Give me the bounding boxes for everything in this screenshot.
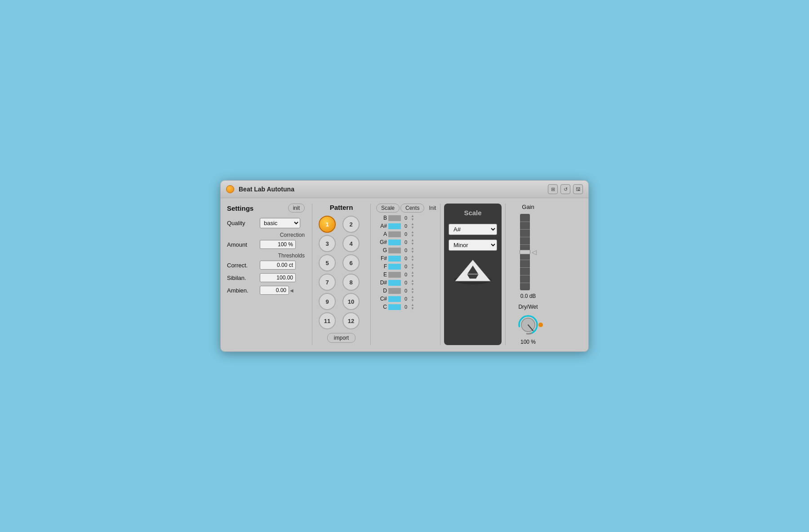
correct-row: Correct. 0.00 ct	[227, 261, 305, 270]
note-value-Cs: 0	[402, 296, 409, 301]
pattern-title: Pattern	[319, 204, 364, 211]
note-arrows-F: ▲ ▼	[411, 263, 414, 270]
sibilan-input[interactable]: 100.00	[260, 273, 296, 282]
note-arrows-C: ▲ ▼	[411, 303, 414, 310]
ambien-label: Ambien.	[227, 287, 256, 294]
pattern-btn-12[interactable]: 12	[342, 312, 360, 329]
drywet-knob-dot	[538, 323, 543, 327]
drywet-label: Dry/Wet	[518, 304, 538, 310]
pattern-btn-3[interactable]: 3	[319, 235, 336, 252]
note-arrows-G: ▲ ▼	[411, 247, 414, 254]
title-bar: Beat Lab Autotuna ⊞ ↺ 🖫	[221, 181, 588, 198]
notes-header-row: Scale Cents Init	[376, 204, 437, 213]
settings-init-button[interactable]: init	[288, 204, 305, 213]
note-bar-E[interactable]	[388, 272, 401, 278]
refresh-icon[interactable]: ↺	[560, 184, 570, 194]
note-value-B: 0	[402, 215, 409, 221]
import-button[interactable]: import	[327, 333, 356, 343]
knob-container	[516, 313, 540, 337]
ambien-row: Ambien. 0.00 ◀	[227, 286, 305, 295]
correct-input[interactable]: 0.00 ct	[260, 261, 296, 270]
note-row-Ds: D# 0 ▲ ▼	[376, 279, 437, 286]
note-bar-B[interactable]	[388, 215, 401, 221]
note-bar-Fs[interactable]	[388, 256, 401, 262]
notes-panel: Scale Cents Init B 0 ▲ ▼ A# 0 ▲	[371, 204, 440, 345]
pattern-btn-8[interactable]: 8	[342, 274, 360, 291]
quality-row: Quality basic standard high	[227, 218, 305, 228]
scale-type-select[interactable]: Minor Major Dorian Phrygian Lydian Mixol…	[449, 239, 497, 251]
note-bar-As[interactable]	[388, 223, 401, 229]
amount-input[interactable]: 100 %	[260, 240, 296, 249]
note-arrows-Gs: ▲ ▼	[411, 239, 414, 246]
gain-fader-handle[interactable]	[520, 250, 530, 254]
sibilan-row: Sibilan. 100.00	[227, 273, 305, 282]
pattern-btn-1[interactable]: 1	[319, 216, 336, 233]
pattern-btn-2[interactable]: 2	[342, 216, 360, 233]
plugin-window: Beat Lab Autotuna ⊞ ↺ 🖫 Settings init Qu…	[220, 180, 589, 352]
scale-panel: Scale A# C C# D D# E F F# G G# A B Minor	[440, 204, 506, 345]
gain-fader-container: ◁	[520, 214, 537, 290]
note-bar-A[interactable]	[388, 231, 401, 237]
note-name-Gs: G#	[376, 239, 387, 245]
note-value-D: 0	[402, 288, 409, 293]
drywet-value: 100 %	[520, 339, 536, 345]
pattern-btn-7[interactable]: 7	[319, 274, 336, 291]
pattern-btn-5[interactable]: 5	[319, 254, 336, 271]
scale-box: Scale A# C C# D D# E F F# G G# A B Minor	[444, 204, 502, 345]
save-icon[interactable]: 🖫	[573, 184, 583, 194]
note-row-As: A# 0 ▲ ▼	[376, 222, 437, 230]
amount-row: Amount 100 %	[227, 240, 305, 249]
scale-tab[interactable]: Scale	[376, 204, 400, 213]
note-name-B: B	[376, 215, 387, 221]
note-arrows-D: ▲ ▼	[411, 287, 414, 294]
sibilan-label: Sibilan.	[227, 275, 256, 281]
settings-header: Settings init	[227, 204, 305, 213]
ambien-input[interactable]: 0.00	[260, 286, 289, 295]
note-bar-Ds[interactable]	[388, 280, 401, 286]
correct-label: Correct.	[227, 262, 256, 269]
note-row-D: D 0 ▲ ▼	[376, 287, 437, 294]
note-arrows-As: ▲ ▼	[411, 222, 414, 230]
note-name-C: C	[376, 304, 387, 310]
cents-tab[interactable]: Cents	[400, 204, 424, 213]
note-arrows-B: ▲ ▼	[411, 214, 414, 222]
gain-fader-track[interactable]	[520, 214, 530, 290]
correction-sublabel: Correction	[227, 232, 305, 238]
settings-title: Settings	[227, 204, 253, 212]
gain-db-value: 0.0 dB	[520, 293, 536, 299]
ambien-arrow[interactable]: ◀	[290, 288, 293, 293]
pattern-btn-9[interactable]: 9	[319, 293, 336, 310]
close-button[interactable]	[226, 185, 234, 193]
note-name-E: E	[376, 271, 387, 278]
note-arrows-A: ▲ ▼	[411, 231, 414, 238]
note-row-Gs: G# 0 ▲ ▼	[376, 239, 437, 246]
scale-visual	[453, 255, 493, 287]
note-bar-Gs[interactable]	[388, 239, 401, 245]
note-row-C: C 0 ▲ ▼	[376, 303, 437, 310]
note-name-Ds: D#	[376, 279, 387, 286]
note-value-F: 0	[402, 264, 409, 269]
note-name-Cs: C#	[376, 296, 387, 302]
amount-label: Amount	[227, 241, 256, 248]
pattern-btn-4[interactable]: 4	[342, 235, 360, 252]
note-bar-D[interactable]	[388, 288, 401, 294]
pattern-btn-6[interactable]: 6	[342, 254, 360, 271]
pattern-btn-10[interactable]: 10	[342, 293, 360, 310]
pattern-btn-11[interactable]: 11	[319, 312, 336, 329]
quality-select[interactable]: basic standard high	[260, 218, 300, 228]
note-value-Fs: 0	[402, 256, 409, 261]
main-content: Settings init Quality basic standard hig…	[221, 198, 588, 351]
note-bar-C[interactable]	[388, 304, 401, 310]
note-value-As: 0	[402, 223, 409, 229]
note-arrows-Ds: ▲ ▼	[411, 279, 414, 286]
title-icons: ⊞ ↺ 🖫	[548, 184, 583, 194]
note-bar-G[interactable]	[388, 248, 401, 253]
note-arrows-Fs: ▲ ▼	[411, 255, 414, 262]
note-bar-Cs[interactable]	[388, 296, 401, 302]
note-value-A: 0	[402, 231, 409, 237]
resize-icon[interactable]: ⊞	[548, 184, 558, 194]
note-row-G: G 0 ▲ ▼	[376, 247, 437, 254]
note-arrows-Cs: ▲ ▼	[411, 295, 414, 302]
note-bar-F[interactable]	[388, 264, 401, 270]
root-select[interactable]: A# C C# D D# E F F# G G# A B	[449, 224, 497, 235]
